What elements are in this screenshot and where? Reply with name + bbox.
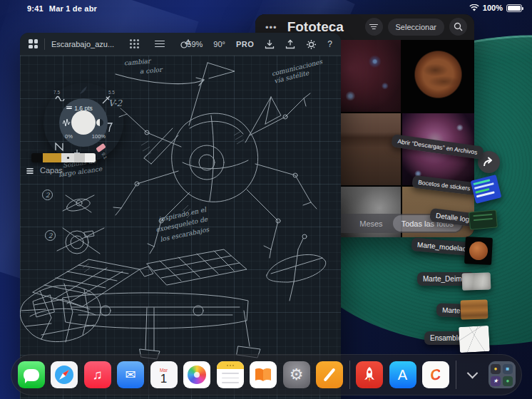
filter-button[interactable]: [365, 18, 383, 36]
status-time-date: 9:41Mar 1 de abr: [27, 4, 103, 13]
precision-grid-icon[interactable]: [130, 39, 139, 48]
app-messages[interactable]: [18, 361, 45, 388]
app-concepts[interactable]: C: [422, 361, 449, 388]
chevron-down-icon: [466, 367, 478, 378]
drag-thumb-mars-model: [464, 237, 493, 265]
status-time: 9:41: [27, 4, 44, 13]
layers-bar[interactable]: Capas: [26, 166, 63, 175]
rotation-value[interactable]: 90°: [213, 40, 225, 48]
swatch-gray[interactable]: [74, 153, 85, 162]
tool-wheel-center[interactable]: [71, 110, 96, 135]
app-rocket[interactable]: [356, 361, 383, 388]
zoom-level[interactable]: 59%: [187, 40, 203, 48]
appstore-a-icon: A: [398, 367, 407, 383]
export-icon[interactable]: [285, 39, 295, 49]
swatch-selected[interactable]: [61, 153, 74, 162]
app-library[interactable]: ●■★●: [488, 361, 516, 388]
app-library-mini-icon: ●: [491, 364, 501, 374]
forward-arrow-icon: [483, 157, 495, 167]
dock: ♫ ✉ Mar 1 ⚙ A C ●■★●: [11, 354, 522, 395]
dock-divider: [456, 361, 456, 389]
drawing-canvas[interactable]: cambiar a color comunicaciones vía satél…: [20, 56, 341, 399]
app-library-mini-icon: ●: [503, 376, 513, 386]
swatch-black[interactable]: [31, 153, 43, 162]
music-note-icon: ♫: [92, 367, 102, 383]
notes-header: [217, 361, 244, 369]
app-safari[interactable]: [51, 361, 78, 388]
pencil-squiggle-icon: [55, 94, 65, 101]
opacity-max: 100%: [92, 133, 106, 140]
search-button[interactable]: [449, 18, 467, 36]
app-settings[interactable]: ⚙: [283, 361, 310, 388]
annotation-badge-two: 2: [45, 230, 56, 241]
tool-wheel[interactable]: 7.5 5.5 6.1 9.1 1.6 pts 0% 100%: [44, 83, 123, 162]
pen-icon: [323, 368, 335, 381]
sketch-toolbar: Escarabajo_azu... 59% 90° PRO ?: [20, 33, 341, 56]
calendar-day: 1: [160, 373, 167, 385]
status-date: Mar 1 de abr: [49, 4, 97, 13]
app-mail[interactable]: ✉: [117, 361, 144, 388]
app-music[interactable]: ♫: [84, 361, 111, 388]
envelope-icon: ✉: [125, 367, 135, 383]
battery-percent: 100%: [483, 4, 503, 12]
help-button[interactable]: ?: [327, 39, 332, 49]
layers-panel-icon[interactable]: [155, 41, 165, 48]
preset-label: 5.5: [108, 90, 115, 95]
layers-label: Capas: [40, 166, 63, 175]
pen-icon: [102, 95, 111, 104]
app-photos[interactable]: [183, 361, 210, 388]
import-icon[interactable]: [265, 39, 275, 49]
c-logo-icon: C: [429, 366, 442, 384]
document-title[interactable]: Escarabajo_azu...: [51, 40, 114, 48]
drag-thumb-mars-map: [461, 299, 488, 319]
opacity-min: 0%: [65, 133, 73, 140]
rocket-icon: [362, 366, 377, 383]
photos-flower-icon: [188, 366, 206, 384]
color-swatch-bar[interactable]: [31, 153, 96, 162]
app-linea-sketch[interactable]: [316, 361, 343, 388]
dock-divider: [349, 361, 350, 389]
opacity-icon: [96, 119, 103, 126]
more-options-icon[interactable]: •••: [265, 22, 277, 33]
gear-icon: ⚙: [290, 366, 304, 384]
pro-badge[interactable]: PRO: [236, 40, 254, 48]
gallery-icon[interactable]: [29, 39, 38, 48]
app-calendar[interactable]: Mar 1: [150, 361, 178, 388]
pencil-icon: [55, 142, 63, 151]
drag-thumb-assembly-sketch: [459, 326, 490, 353]
app-notes[interactable]: [217, 361, 244, 388]
chat-bubble-icon: [24, 369, 39, 381]
preset-label: 7.5: [53, 90, 60, 95]
wifi-icon: [469, 4, 479, 12]
app-library-mini-icon: ★: [491, 376, 501, 386]
swatch-gold[interactable]: [43, 153, 61, 162]
app-appstore[interactable]: A: [389, 361, 416, 388]
battery-icon: [506, 4, 522, 12]
search-icon: [454, 22, 463, 31]
app-library-mini-icon: ■: [503, 364, 513, 374]
drag-thumb-logo-detail: [469, 209, 498, 229]
layers-icon: [26, 167, 34, 172]
swatch-white[interactable]: [85, 153, 96, 162]
dock-collapse-button[interactable]: [462, 361, 482, 388]
active-brush-icon: [78, 86, 89, 95]
filter-icon: [369, 24, 378, 30]
open-book-icon: [254, 367, 272, 383]
select-button[interactable]: Seleccionar: [388, 19, 444, 36]
smoothing-icon: [63, 119, 71, 127]
app-books[interactable]: [250, 361, 277, 388]
drag-thumb-mars-deimos: [462, 272, 491, 290]
settings-gear-icon[interactable]: [306, 39, 317, 50]
sketch-app-window: cambiar a color comunicaciones vía satél…: [20, 33, 341, 399]
annotation-badge-two: 2: [42, 190, 53, 200]
tab-months[interactable]: Meses: [359, 219, 382, 228]
compass-icon: [53, 364, 75, 385]
